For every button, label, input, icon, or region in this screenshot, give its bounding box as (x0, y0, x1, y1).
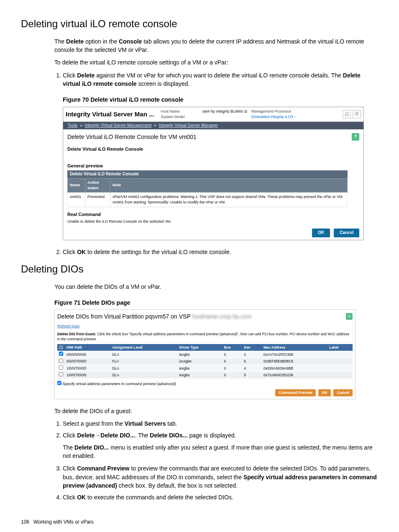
preview-table: Delete Virtual iLO Remote Console Name A… (67, 170, 348, 207)
figure-70: Integrity Virtual Server Man ... Host Na… (63, 107, 364, 240)
step-2: Click OK to delete the settings for the … (63, 248, 378, 256)
command-preview-button[interactable]: Command Preview (275, 389, 316, 396)
paragraph: To delete the virtual iLO remote console… (54, 58, 378, 67)
real-command-heading: Real Command (63, 207, 363, 219)
text: against the VM or vPar for which you wan… (95, 72, 343, 79)
cell-label (327, 372, 353, 378)
figure-71: Delete DIOs from Virtual Partition pqsvm… (54, 309, 356, 399)
page-footer: 106 Working with VMs or vPars (21, 519, 378, 526)
advanced-label: Specify virtual address parameters in co… (63, 382, 176, 386)
row-checkbox[interactable] (59, 352, 63, 356)
text: page is displayed. (188, 432, 236, 439)
ok-button[interactable]: OK (312, 229, 330, 237)
text-bold: Delete DIOs... (150, 432, 187, 439)
row-checkbox[interactable] (59, 359, 63, 363)
crumb-ivsm[interactable]: Integrity Virtual Server Management (84, 123, 151, 128)
th-dev: Dev (242, 344, 262, 351)
figure-caption: Figure 70 Delete virtual iLO remote cons… (63, 95, 378, 104)
text: screen is displayed. (137, 80, 190, 87)
th-assignment-level: Assignment Level (110, 344, 177, 351)
hostname-label: Host Name (161, 109, 198, 114)
mp-label: Management Processor (251, 109, 295, 114)
advanced-checkbox-row: Specify virtual address parameters in co… (57, 381, 353, 387)
th-action-status: Action status (85, 178, 110, 192)
text-bold: Delete DIO... (74, 444, 109, 451)
instruction-text: Delete DIO from Guest. Click the check b… (57, 332, 353, 342)
dio-table: ☐ H/W Path Assignment Level Driver Type … (57, 344, 353, 378)
crumb-tools[interactable]: Tools (68, 123, 77, 128)
text-bold: Delete (77, 432, 95, 439)
text: The (54, 38, 66, 45)
help-icon[interactable]: ? (346, 313, 353, 320)
th-hwpath: H/W Path (65, 344, 110, 351)
paragraph: To delete the DIOs of a guest: (54, 407, 378, 415)
cell-hwpath: 0/0/0/4/0/0/0 (65, 351, 110, 358)
text: to delete the settings for the virtual i… (86, 249, 231, 255)
step-b3: Click Command Preview to preview the com… (63, 464, 378, 490)
cell-mac: 0x526A34D9A6BB (262, 365, 327, 372)
real-command-text: Unable to delete the iLO Remote Console … (63, 219, 363, 227)
text-bold: Console (119, 38, 142, 45)
cell-assignment-level: FLA (110, 358, 177, 365)
cell-assignment-level: DLA (110, 351, 177, 358)
text: Click (63, 432, 77, 439)
footer-text: Working with VMs or vPars (33, 519, 94, 525)
text: Click (63, 494, 77, 501)
help-icon[interactable]: ? (352, 133, 359, 141)
cell-dev: 6 (242, 358, 262, 365)
table-row: 1/0/0/7/0/0/5DLAiexgbe050x72A883O351DB (57, 372, 353, 378)
heading-deleting-dios: Deleting DIOs (21, 262, 378, 277)
row-checkbox[interactable] (59, 365, 63, 370)
cell-mac: 0xAA74A2FEC836 (262, 351, 327, 358)
step-b4: Click OK to execute the commands and del… (63, 493, 378, 501)
subheading: Delete Virtual iLO Remote Console (63, 143, 363, 154)
cell-note: vPar/VM vm001 configuration problems: Wa… (110, 192, 348, 207)
th-mac: Mac Address (262, 344, 327, 351)
text: Click the check box "Specify virtual add… (57, 332, 349, 341)
cell-action: Prevented (85, 192, 110, 207)
paragraph: You can delete the DIOs of a VM or vPar. (54, 283, 378, 291)
th-name: Name (68, 178, 85, 192)
cell-mac: 0x72A883O351DB (262, 372, 327, 378)
cell-dev: 5 (242, 372, 262, 378)
cell-bus: 0 (223, 372, 243, 378)
text-bold: OK (77, 494, 86, 501)
cell-bus: 0 (223, 365, 243, 372)
cell-assignment-level: DLA (110, 372, 177, 378)
grid-icon[interactable]: ☷ (353, 110, 361, 118)
ok-button[interactable]: OK (318, 389, 331, 396)
cell-label (327, 358, 353, 365)
heading-deleting-vilo: Deleting virtual iLO remote console (21, 17, 378, 31)
crumb-ivsmgr[interactable]: Integrity Virtual Server Manager (159, 123, 218, 128)
window-icon[interactable]: ▢ (343, 110, 351, 118)
model-value: ia64 hp Integrity BL860c i2 (202, 109, 247, 114)
text-bold: Delete (66, 38, 84, 45)
refresh-data-link[interactable]: Refresh Data (57, 324, 79, 329)
text: to execute the commands and delete the s… (86, 494, 233, 501)
th-label: Label (327, 344, 353, 351)
section-title: Delete Virtual iLO Remote Console for VM… (67, 133, 197, 141)
mp-link[interactable]: Embedded Integrity iLO3 › (251, 115, 295, 119)
cancel-button[interactable]: Cancel (333, 389, 353, 396)
app-header: Integrity Virtual Server Man ... Host Na… (63, 107, 363, 122)
table-row: vm001 Prevented vPar/VM vm001 configurat… (68, 192, 348, 207)
table-caption: Delete Virtual iLO Remote Console (67, 170, 348, 178)
cell-driver-type: iocxgbe (177, 358, 222, 365)
step-b2: Click Delete→Delete DIO.... The Delete D… (63, 431, 378, 460)
text: Delete DIOs from Virtual Partition pqsvm… (57, 313, 192, 320)
model-label: System Model (161, 114, 198, 120)
breadcrumb: Tools » Integrity Virtual Server Managem… (63, 122, 363, 130)
text-bold: Virtual Servers (125, 420, 166, 427)
row-checkbox[interactable] (59, 372, 63, 376)
text: Click (63, 249, 77, 255)
cancel-button[interactable]: Cancel (334, 229, 359, 237)
text-bold: Delete (77, 72, 95, 79)
text: tab. (166, 420, 177, 427)
advanced-checkbox[interactable] (57, 381, 61, 385)
cell-driver-type: iexgbe (177, 372, 222, 378)
th-checkbox[interactable]: ☐ (57, 344, 65, 351)
table-row: 0/0/0/7/0/0/0FLAiocxgbe060x3EF95E9B0BC5 (57, 358, 353, 365)
app-title: Integrity Virtual Server Man ... (66, 110, 154, 119)
page-number: 106 (21, 519, 29, 525)
dialog-title: Delete DIOs from Virtual Partition pqsvm… (57, 312, 252, 321)
